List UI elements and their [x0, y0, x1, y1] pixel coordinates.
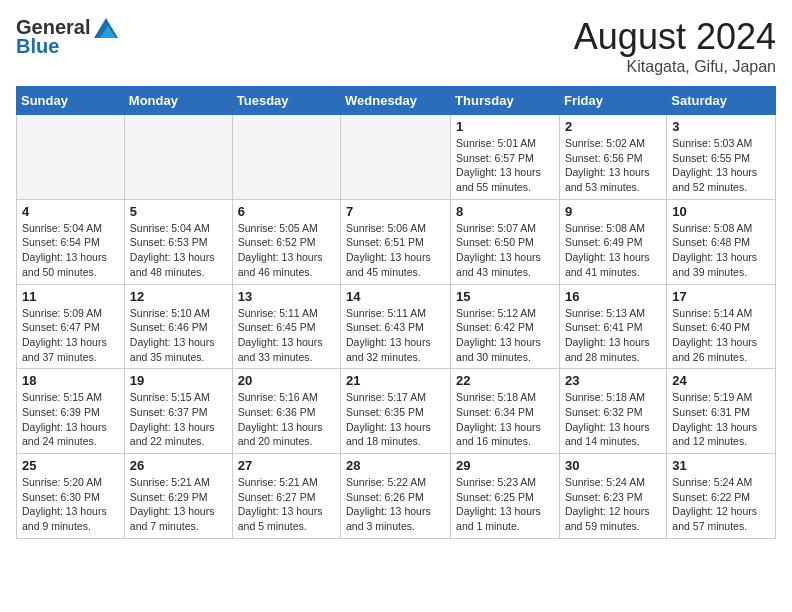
day-info: Sunrise: 5:18 AMSunset: 6:34 PMDaylight:… — [456, 390, 554, 449]
day-info: Sunrise: 5:06 AMSunset: 6:51 PMDaylight:… — [346, 221, 445, 280]
day-info: Sunrise: 5:12 AMSunset: 6:42 PMDaylight:… — [456, 306, 554, 365]
calendar-week-row: 25Sunrise: 5:20 AMSunset: 6:30 PMDayligh… — [17, 454, 776, 539]
logo-blue-text: Blue — [16, 35, 59, 58]
calendar-cell — [232, 115, 340, 200]
day-number: 19 — [130, 373, 227, 388]
day-info: Sunrise: 5:17 AMSunset: 6:35 PMDaylight:… — [346, 390, 445, 449]
day-info: Sunrise: 5:21 AMSunset: 6:27 PMDaylight:… — [238, 475, 335, 534]
day-info: Sunrise: 5:10 AMSunset: 6:46 PMDaylight:… — [130, 306, 227, 365]
calendar-header-wednesday: Wednesday — [341, 87, 451, 115]
calendar-cell: 7Sunrise: 5:06 AMSunset: 6:51 PMDaylight… — [341, 199, 451, 284]
day-number: 1 — [456, 119, 554, 134]
day-info: Sunrise: 5:03 AMSunset: 6:55 PMDaylight:… — [672, 136, 770, 195]
calendar-cell: 12Sunrise: 5:10 AMSunset: 6:46 PMDayligh… — [124, 284, 232, 369]
day-info: Sunrise: 5:15 AMSunset: 6:37 PMDaylight:… — [130, 390, 227, 449]
day-info: Sunrise: 5:09 AMSunset: 6:47 PMDaylight:… — [22, 306, 119, 365]
calendar-table: SundayMondayTuesdayWednesdayThursdayFrid… — [16, 86, 776, 539]
day-number: 8 — [456, 204, 554, 219]
calendar-cell — [341, 115, 451, 200]
calendar-cell: 26Sunrise: 5:21 AMSunset: 6:29 PMDayligh… — [124, 454, 232, 539]
day-number: 24 — [672, 373, 770, 388]
calendar-header-monday: Monday — [124, 87, 232, 115]
logo: General Blue — [16, 16, 118, 58]
day-info: Sunrise: 5:14 AMSunset: 6:40 PMDaylight:… — [672, 306, 770, 365]
day-info: Sunrise: 5:01 AMSunset: 6:57 PMDaylight:… — [456, 136, 554, 195]
calendar-cell: 29Sunrise: 5:23 AMSunset: 6:25 PMDayligh… — [451, 454, 560, 539]
day-number: 27 — [238, 458, 335, 473]
day-info: Sunrise: 5:11 AMSunset: 6:43 PMDaylight:… — [346, 306, 445, 365]
day-number: 10 — [672, 204, 770, 219]
day-info: Sunrise: 5:22 AMSunset: 6:26 PMDaylight:… — [346, 475, 445, 534]
day-info: Sunrise: 5:19 AMSunset: 6:31 PMDaylight:… — [672, 390, 770, 449]
day-number: 3 — [672, 119, 770, 134]
day-number: 17 — [672, 289, 770, 304]
calendar-cell: 22Sunrise: 5:18 AMSunset: 6:34 PMDayligh… — [451, 369, 560, 454]
day-info: Sunrise: 5:11 AMSunset: 6:45 PMDaylight:… — [238, 306, 335, 365]
calendar-cell: 11Sunrise: 5:09 AMSunset: 6:47 PMDayligh… — [17, 284, 125, 369]
calendar-cell: 9Sunrise: 5:08 AMSunset: 6:49 PMDaylight… — [559, 199, 666, 284]
location-title: Kitagata, Gifu, Japan — [574, 58, 776, 76]
calendar-cell: 5Sunrise: 5:04 AMSunset: 6:53 PMDaylight… — [124, 199, 232, 284]
calendar-cell — [17, 115, 125, 200]
day-info: Sunrise: 5:02 AMSunset: 6:56 PMDaylight:… — [565, 136, 661, 195]
day-info: Sunrise: 5:08 AMSunset: 6:49 PMDaylight:… — [565, 221, 661, 280]
calendar-cell: 3Sunrise: 5:03 AMSunset: 6:55 PMDaylight… — [667, 115, 776, 200]
calendar-cell: 16Sunrise: 5:13 AMSunset: 6:41 PMDayligh… — [559, 284, 666, 369]
calendar-cell: 19Sunrise: 5:15 AMSunset: 6:37 PMDayligh… — [124, 369, 232, 454]
calendar-cell: 6Sunrise: 5:05 AMSunset: 6:52 PMDaylight… — [232, 199, 340, 284]
month-title: August 2024 — [574, 16, 776, 58]
calendar-cell: 8Sunrise: 5:07 AMSunset: 6:50 PMDaylight… — [451, 199, 560, 284]
calendar-cell: 2Sunrise: 5:02 AMSunset: 6:56 PMDaylight… — [559, 115, 666, 200]
calendar-cell: 18Sunrise: 5:15 AMSunset: 6:39 PMDayligh… — [17, 369, 125, 454]
day-number: 12 — [130, 289, 227, 304]
day-info: Sunrise: 5:16 AMSunset: 6:36 PMDaylight:… — [238, 390, 335, 449]
day-number: 25 — [22, 458, 119, 473]
day-info: Sunrise: 5:08 AMSunset: 6:48 PMDaylight:… — [672, 221, 770, 280]
day-number: 13 — [238, 289, 335, 304]
calendar-cell: 21Sunrise: 5:17 AMSunset: 6:35 PMDayligh… — [341, 369, 451, 454]
calendar-header-thursday: Thursday — [451, 87, 560, 115]
day-number: 15 — [456, 289, 554, 304]
day-number: 29 — [456, 458, 554, 473]
day-number: 21 — [346, 373, 445, 388]
calendar-header-row: SundayMondayTuesdayWednesdayThursdayFrid… — [17, 87, 776, 115]
calendar-header-friday: Friday — [559, 87, 666, 115]
page-header: General Blue August 2024 Kitagata, Gifu,… — [16, 16, 776, 76]
day-info: Sunrise: 5:24 AMSunset: 6:23 PMDaylight:… — [565, 475, 661, 534]
calendar-cell: 31Sunrise: 5:24 AMSunset: 6:22 PMDayligh… — [667, 454, 776, 539]
calendar-week-row: 4Sunrise: 5:04 AMSunset: 6:54 PMDaylight… — [17, 199, 776, 284]
title-block: August 2024 Kitagata, Gifu, Japan — [574, 16, 776, 76]
day-info: Sunrise: 5:24 AMSunset: 6:22 PMDaylight:… — [672, 475, 770, 534]
day-number: 9 — [565, 204, 661, 219]
day-info: Sunrise: 5:07 AMSunset: 6:50 PMDaylight:… — [456, 221, 554, 280]
day-number: 31 — [672, 458, 770, 473]
calendar-header-tuesday: Tuesday — [232, 87, 340, 115]
day-number: 4 — [22, 204, 119, 219]
calendar-cell: 13Sunrise: 5:11 AMSunset: 6:45 PMDayligh… — [232, 284, 340, 369]
day-number: 18 — [22, 373, 119, 388]
calendar-cell: 23Sunrise: 5:18 AMSunset: 6:32 PMDayligh… — [559, 369, 666, 454]
calendar-cell: 24Sunrise: 5:19 AMSunset: 6:31 PMDayligh… — [667, 369, 776, 454]
calendar-cell: 20Sunrise: 5:16 AMSunset: 6:36 PMDayligh… — [232, 369, 340, 454]
day-number: 26 — [130, 458, 227, 473]
day-number: 28 — [346, 458, 445, 473]
day-info: Sunrise: 5:21 AMSunset: 6:29 PMDaylight:… — [130, 475, 227, 534]
day-number: 2 — [565, 119, 661, 134]
day-info: Sunrise: 5:13 AMSunset: 6:41 PMDaylight:… — [565, 306, 661, 365]
day-number: 22 — [456, 373, 554, 388]
day-info: Sunrise: 5:04 AMSunset: 6:54 PMDaylight:… — [22, 221, 119, 280]
calendar-cell — [124, 115, 232, 200]
day-number: 7 — [346, 204, 445, 219]
day-info: Sunrise: 5:20 AMSunset: 6:30 PMDaylight:… — [22, 475, 119, 534]
day-info: Sunrise: 5:05 AMSunset: 6:52 PMDaylight:… — [238, 221, 335, 280]
calendar-cell: 27Sunrise: 5:21 AMSunset: 6:27 PMDayligh… — [232, 454, 340, 539]
calendar-cell: 17Sunrise: 5:14 AMSunset: 6:40 PMDayligh… — [667, 284, 776, 369]
calendar-header-saturday: Saturday — [667, 87, 776, 115]
day-info: Sunrise: 5:04 AMSunset: 6:53 PMDaylight:… — [130, 221, 227, 280]
day-number: 16 — [565, 289, 661, 304]
logo-icon — [94, 18, 118, 38]
calendar-week-row: 11Sunrise: 5:09 AMSunset: 6:47 PMDayligh… — [17, 284, 776, 369]
calendar-header-sunday: Sunday — [17, 87, 125, 115]
calendar-cell: 1Sunrise: 5:01 AMSunset: 6:57 PMDaylight… — [451, 115, 560, 200]
day-number: 30 — [565, 458, 661, 473]
